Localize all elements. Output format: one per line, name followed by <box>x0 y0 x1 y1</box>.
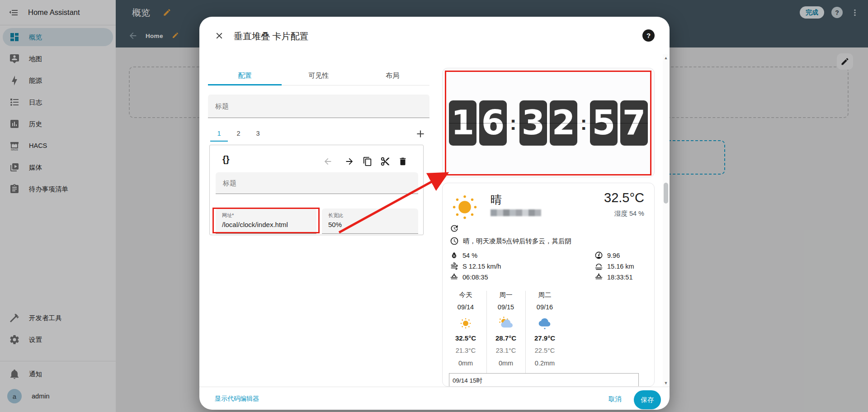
tab-visibility[interactable]: 可见性 <box>282 66 355 85</box>
weather-humidity: 湿度 54 % <box>614 209 644 218</box>
flip-clock: 1 6 : 3 2 : 5 7 <box>443 100 654 146</box>
card-tab-3[interactable]: 3 <box>248 125 268 142</box>
forecast-date: 09/14 <box>446 303 485 311</box>
clock-card-preview: 1 6 : 3 2 : 5 7 <box>442 68 655 177</box>
attr-value: 54 % <box>462 252 477 259</box>
forecast-high: 27.9°C <box>525 334 564 342</box>
clock-colon: : <box>508 103 518 143</box>
weather-condition: 晴 <box>491 192 502 207</box>
card-title-field[interactable] <box>216 172 418 194</box>
aspect-ratio-label: 长宽比 <box>328 212 343 219</box>
humidity-icon <box>450 251 458 260</box>
tab-layout[interactable]: 布局 <box>356 66 429 85</box>
attr-value: 15.16 km <box>607 263 634 270</box>
card-tab-1[interactable]: 1 <box>209 125 229 142</box>
clock-icon <box>450 237 459 246</box>
footer-divider <box>199 387 670 387</box>
sunrise-icon <box>450 273 458 281</box>
forecast-low: 23.1°C <box>486 347 525 354</box>
card-title-input[interactable] <box>216 172 418 194</box>
dialog-title: 垂直堆叠 卡片配置 <box>234 30 309 43</box>
update-icon <box>450 224 459 233</box>
forecast-text: 晴，明天凌晨5点钟后转多云，其后阴 <box>463 237 571 246</box>
forecast-text-row: 晴，明天凌晨5点钟后转多云，其后阴 <box>450 237 571 246</box>
clock-digit: 6 <box>479 100 507 146</box>
copy-icon[interactable] <box>363 156 373 166</box>
hourly-forecast-box: 09/14 15时 <box>449 373 639 387</box>
aspect-ratio-value: 50% <box>328 221 342 228</box>
wind-icon <box>450 262 458 270</box>
screen: Home Assistant 概览 地图 能源 日志 历史 <box>0 0 868 412</box>
cancel-button[interactable]: 取消 <box>609 395 622 403</box>
attr-value: 06:08:35 <box>462 274 488 281</box>
clock-digit: 7 <box>620 100 648 146</box>
forecast-low: 21.3°C <box>446 347 485 354</box>
weather-card-preview: 晴 32.5°C 湿度 54 % 晴，明天凌晨5点钟后转多云，其后阴 54 % … <box>442 183 655 387</box>
url-field[interactable]: 网址* /local/clock/index.html <box>216 208 316 234</box>
forecast-precip: 0mm <box>486 360 525 367</box>
card-config-dialog: 垂直堆叠 卡片配置 ? 配置 可见性 布局 1 2 3 {} <box>199 17 670 410</box>
show-code-editor-link[interactable]: 显示代码编辑器 <box>215 395 259 403</box>
attr-pressure: 9.96 <box>594 251 620 260</box>
attr-sunset: 18:33:51 <box>594 273 632 281</box>
pressure-gauge-icon <box>594 251 603 260</box>
visibility-icon <box>594 262 603 270</box>
scrollbar-thumb[interactable] <box>664 183 668 204</box>
add-card-icon[interactable] <box>415 128 426 140</box>
attr-value: S 12.15 km/h <box>462 263 501 270</box>
forecast-precip: 0mm <box>446 360 485 367</box>
dialog-tabs: 配置 可见性 布局 <box>208 66 429 85</box>
sunny-icon <box>458 316 473 331</box>
forecast-date: 09/15 <box>486 303 525 311</box>
forecast-high: 28.7°C <box>486 334 525 342</box>
attr-visibility: 15.16 km <box>594 262 634 270</box>
forecast-high: 32.5°C <box>446 334 485 342</box>
forecast-day: 今天 <box>446 291 485 299</box>
card-tab-2[interactable]: 2 <box>229 125 248 142</box>
close-icon <box>214 31 224 41</box>
attr-value: 9.96 <box>607 252 620 259</box>
card-editor: {} 网址* /local/clock/index.html 长宽比 50% <box>209 145 424 235</box>
sunset-icon <box>594 273 603 281</box>
location-redacted <box>491 209 541 216</box>
cut-icon[interactable] <box>380 156 390 166</box>
attr-humidity: 54 % <box>450 251 477 260</box>
move-left-icon[interactable] <box>323 156 333 166</box>
forecast-precip: 0.2mm <box>525 360 564 367</box>
clock-colon: : <box>579 103 589 143</box>
rainy-icon <box>537 316 552 331</box>
stack-title-input[interactable] <box>208 95 429 118</box>
update-row <box>450 224 459 233</box>
move-right-icon[interactable] <box>344 156 354 166</box>
dialog-help-button[interactable]: ? <box>642 29 655 42</box>
sun-icon <box>450 192 480 222</box>
weather-temperature: 32.5°C <box>604 190 644 205</box>
clock-digit: 1 <box>449 100 476 146</box>
code-braces-icon[interactable]: {} <box>222 154 230 165</box>
hourly-label: 09/14 15时 <box>453 377 482 385</box>
clock-digit: 5 <box>590 100 618 146</box>
scroll-down-icon[interactable]: ▼ <box>663 381 669 385</box>
tab-config[interactable]: 配置 <box>208 66 282 85</box>
forecast-low: 22.5°C <box>525 347 564 354</box>
stack-title-field[interactable] <box>208 95 429 118</box>
close-button[interactable] <box>211 28 227 44</box>
scroll-up-icon[interactable]: ▲ <box>663 56 669 60</box>
clock-digit: 2 <box>550 100 577 146</box>
attr-sunrise: 06:08:35 <box>450 273 488 281</box>
preview-scrollbar[interactable]: ▲ ▼ <box>663 54 669 387</box>
delete-icon[interactable] <box>398 156 408 166</box>
save-button[interactable]: 保存 <box>634 390 661 409</box>
attr-wind: S 12.15 km/h <box>450 262 501 270</box>
partly-cloudy-icon <box>498 316 514 331</box>
aspect-ratio-field[interactable]: 长宽比 50% <box>322 208 418 234</box>
url-field-label: 网址* <box>222 212 234 219</box>
forecast-day: 周二 <box>525 291 564 299</box>
forecast-date: 09/16 <box>525 303 564 311</box>
clock-digit: 3 <box>519 100 547 146</box>
url-field-value: /local/clock/index.html <box>222 221 288 228</box>
attr-value: 18:33:51 <box>607 274 632 281</box>
forecast-day: 周一 <box>486 291 525 299</box>
card-tabs: 1 2 3 <box>209 125 268 142</box>
